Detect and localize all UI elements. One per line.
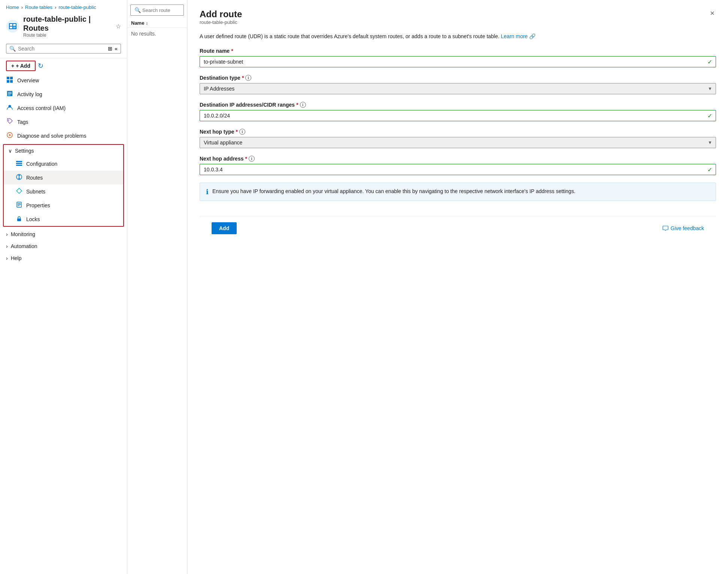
svg-rect-19 [16,161,22,162]
svg-marker-26 [16,188,22,193]
next-hop-type-group: Next hop type * i Virtual appliance Virt… [200,129,716,148]
search-icon: 🔍 [9,46,16,52]
svg-rect-21 [16,165,22,166]
destination-cidr-input[interactable] [200,110,716,121]
svg-rect-29 [18,204,21,205]
subnets-label: Subnets [26,189,45,195]
subnets-icon [16,187,22,195]
next-hop-type-label: Next hop type * i [200,129,716,135]
svg-rect-8 [7,80,9,83]
favorite-icon[interactable]: ☆ [116,23,121,30]
sidebar-item-routes[interactable]: Routes [4,171,123,184]
destination-type-info-icon[interactable]: i [245,75,251,81]
routes-table-header: Name ↕ [127,19,187,28]
sidebar-item-overview[interactable]: Overview [0,73,127,87]
svg-rect-30 [18,205,19,206]
tags-label: Tags [17,119,28,125]
plus-icon: + [11,63,14,69]
settings-header[interactable]: ∨ Settings [4,145,123,157]
info-box-text: Ensure you have IP forwarding enabled on… [212,187,576,195]
svg-rect-11 [8,92,12,93]
destination-type-required: * [242,75,244,81]
sidebar-item-activity-log[interactable]: Activity log [0,87,127,101]
locks-label: Locks [26,216,40,222]
breadcrumb-home[interactable]: Home [6,4,19,10]
next-hop-address-required: * [245,156,247,162]
monitoring-label: Monitoring [11,231,35,237]
route-name-input-wrapper: ✓ [200,56,716,67]
close-button[interactable]: × [709,9,716,18]
next-hop-address-group: Next hop address * i ✓ [200,156,716,175]
settings-chevron-icon: ∨ [8,148,12,154]
destination-cidr-required: * [296,102,298,108]
sidebar-item-properties[interactable]: Properties [4,198,123,212]
activity-log-icon [6,90,13,98]
destination-cidr-group: Destination IP addresses/CIDR ranges * i… [200,102,716,121]
breadcrumb: Home › Route tables › route-table-public [0,0,127,13]
add-route-panel: Add route route-table-public × A user de… [187,0,728,574]
next-hop-type-input-wrapper: Virtual appliance Virtual network gatewa… [200,137,716,148]
next-hop-address-check-icon: ✓ [707,166,712,173]
svg-rect-3 [13,24,16,26]
panel-title: Add route [200,9,242,19]
destination-type-select[interactable]: IP Addresses Service Tag Virtual Network [200,83,716,94]
configuration-icon [16,160,22,168]
resource-type: Route table [23,33,112,38]
route-name-required: * [231,48,233,54]
sidebar-item-tags[interactable]: Tags [0,115,127,129]
next-hop-address-input-wrapper: ✓ [200,164,716,175]
destination-cidr-check-icon: ✓ [707,112,712,119]
sidebar-item-subnets[interactable]: Subnets [4,184,123,198]
toolbar-row: + + Add ↻ [0,58,127,73]
sidebar-item-monitoring[interactable]: › Monitoring [0,228,127,240]
add-button[interactable]: + + Add [6,61,36,71]
sidebar-item-diagnose[interactable]: Diagnose and solve problems [0,129,127,143]
give-feedback-button[interactable]: Give feedback [662,225,704,231]
search-box[interactable]: 🔍 ⊞ « [6,44,121,54]
sidebar-item-access-control[interactable]: Access control (IAM) [0,101,127,115]
destination-type-input-wrapper: IP Addresses Service Tag Virtual Network… [200,83,716,94]
name-column-header: Name [131,20,144,26]
overview-icon [6,76,13,84]
add-submit-button[interactable]: Add [212,222,237,234]
feedback-icon [662,225,668,231]
configuration-label: Configuration [26,161,57,167]
learn-more-link[interactable]: Learn more 🔗 [501,33,536,39]
access-control-label: Access control (IAM) [17,105,66,111]
activity-log-label: Activity log [17,91,42,97]
routes-search-input[interactable] [142,7,180,13]
svg-point-24 [18,178,20,179]
diagnose-icon [6,132,13,140]
sidebar-item-locks[interactable]: Locks [4,212,123,226]
refresh-icon[interactable]: ↻ [38,62,43,70]
panel-header: Add route route-table-public × [200,9,716,31]
breadcrumb-current[interactable]: route-table-public [58,4,96,10]
resource-icon [6,19,19,33]
breadcrumb-route-tables[interactable]: Route tables [25,4,52,10]
next-hop-address-input[interactable] [200,164,716,175]
help-label: Help [11,255,22,261]
svg-rect-28 [18,203,21,204]
add-route-form: Route name * ✓ Destination type * i IP A [200,48,716,201]
next-hop-type-info-icon[interactable]: i [239,129,245,135]
route-name-group: Route name * ✓ [200,48,716,67]
next-hop-type-select[interactable]: Virtual appliance Virtual network gatewa… [200,137,716,148]
sidebar-item-configuration[interactable]: Configuration [4,157,123,171]
route-name-input[interactable] [200,56,716,67]
sort-icon[interactable]: ↕ [146,21,148,25]
svg-rect-20 [16,163,22,164]
resource-name: route-table-public | Routes [23,15,112,33]
overview-label: Overview [17,77,39,83]
properties-icon [16,201,22,209]
next-hop-address-info-icon[interactable]: i [249,156,255,162]
svg-rect-12 [8,94,12,94]
routes-search-box[interactable]: 🔍 [130,4,184,16]
resource-header: route-table-public | Routes Route table … [0,13,127,42]
sidebar-item-help[interactable]: › Help [0,252,127,264]
iam-icon [6,104,13,112]
collapse-icon[interactable]: « [115,46,118,52]
destination-cidr-info-icon[interactable]: i [300,102,306,108]
help-chevron-icon: › [6,255,8,261]
search-input[interactable] [18,46,106,52]
sidebar-item-automation[interactable]: › Automation [0,240,127,252]
